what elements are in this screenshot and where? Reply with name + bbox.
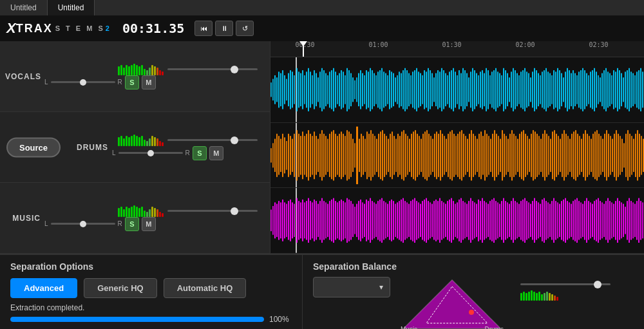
svg-rect-337 (546, 133, 547, 176)
svg-rect-44 (354, 80, 355, 99)
right-controls (514, 277, 617, 307)
svg-rect-232 (343, 133, 344, 176)
balance-dropdown[interactable]: ▾ (313, 277, 390, 297)
svg-rect-455 (399, 201, 400, 240)
svg-rect-340 (552, 131, 553, 179)
svg-rect-539 (561, 201, 562, 240)
svg-rect-566 (613, 204, 614, 237)
svg-rect-181 (619, 70, 620, 109)
svg-rect-509 (503, 198, 504, 243)
svg-rect-548 (578, 201, 580, 240)
svg-rect-276 (428, 133, 430, 176)
automatic-hq-button[interactable]: Automatic HQ (164, 278, 247, 298)
svg-rect-491 (468, 201, 469, 240)
advanced-button[interactable]: Advanced (10, 278, 77, 298)
svg-rect-2 (272, 79, 274, 101)
svg-rect-10 (288, 73, 289, 106)
svg-rect-478 (443, 203, 444, 239)
timeline-mark-150: 02:30 (589, 41, 609, 48)
svg-rect-117 (495, 68, 497, 111)
svg-rect-85 (433, 77, 435, 102)
timeline-mark-30: 00:30 (296, 41, 315, 48)
music-volume-fader[interactable] (167, 210, 258, 212)
svg-rect-323 (519, 133, 520, 176)
svg-rect-227 (333, 130, 334, 180)
svg-rect-336 (544, 130, 545, 180)
source-button[interactable]: Source (6, 137, 61, 157)
vocals-pan-fader[interactable] (51, 81, 115, 83)
svg-rect-6 (280, 73, 281, 106)
svg-rect-136 (532, 71, 533, 108)
svg-rect-413 (317, 204, 319, 237)
tab-2[interactable]: Untitled (48, 0, 95, 15)
svg-rect-204 (288, 133, 289, 176)
vocals-pan-thumb[interactable] (80, 79, 86, 86)
music-mute-button[interactable]: M (142, 217, 156, 231)
svg-rect-284 (444, 136, 445, 174)
music-fader-thumb[interactable] (231, 207, 238, 215)
vocals-mute-button[interactable]: M (142, 75, 156, 89)
svg-rect-223 (325, 136, 327, 174)
music-pan-thumb[interactable] (80, 221, 86, 227)
svg-rect-373 (616, 130, 617, 180)
svg-rect-75 (414, 70, 415, 109)
svg-rect-430 (350, 201, 352, 240)
generic-hq-button[interactable]: Generic HQ (84, 278, 157, 298)
svg-rect-163 (584, 70, 585, 109)
svg-rect-146 (551, 75, 553, 104)
svg-rect-434 (358, 201, 359, 240)
drums-volume-fader[interactable] (167, 139, 258, 141)
svg-rect-479 (445, 204, 446, 237)
master-fader[interactable] (520, 283, 611, 285)
svg-rect-167 (592, 70, 593, 109)
svg-rect-402 (296, 198, 298, 243)
svg-rect-241 (361, 133, 362, 176)
svg-rect-520 (524, 198, 526, 243)
svg-rect-415 (321, 198, 323, 243)
svg-rect-197 (274, 138, 276, 171)
svg-rect-253 (384, 133, 385, 176)
svg-rect-575 (630, 201, 632, 240)
svg-rect-71 (406, 70, 408, 109)
logo: X TRAX S T E M S 2 (6, 20, 109, 37)
svg-rect-348 (567, 136, 569, 174)
svg-rect-220 (319, 133, 321, 176)
loop-button[interactable]: ↺ (236, 21, 254, 36)
svg-rect-392 (276, 204, 278, 237)
svg-rect-23 (314, 70, 315, 109)
music-solo-button[interactable]: S (125, 217, 139, 231)
svg-rect-306 (486, 133, 488, 176)
svg-rect-332 (536, 133, 538, 176)
svg-rect-105 (472, 68, 473, 111)
music-pan-fader[interactable] (51, 223, 115, 225)
svg-rect-19 (306, 71, 307, 108)
svg-rect-305 (484, 130, 486, 180)
drums-pan-thumb[interactable] (147, 150, 154, 156)
vocals-fader-thumb[interactable] (231, 66, 238, 73)
svg-rect-215 (310, 133, 311, 176)
rewind-button[interactable]: ⏮ (194, 21, 213, 36)
play-pause-button[interactable]: ⏸ (215, 21, 233, 36)
svg-rect-30 (327, 75, 328, 104)
svg-rect-174 (605, 68, 607, 111)
svg-rect-304 (482, 136, 484, 174)
vocals-solo-button[interactable]: S (125, 75, 139, 89)
tab-1[interactable]: Untitled (0, 0, 48, 15)
drums-mute-button[interactable]: M (209, 146, 223, 160)
drums-pan-fader[interactable] (118, 152, 183, 154)
vocals-volume-fader[interactable] (167, 68, 258, 70)
svg-rect-48 (362, 73, 363, 106)
svg-rect-526 (536, 201, 537, 240)
master-fader-thumb[interactable] (594, 281, 601, 288)
pan-right-label2: R (185, 149, 190, 156)
svg-rect-315 (504, 133, 505, 176)
svg-rect-370 (610, 136, 611, 174)
svg-rect-179 (615, 71, 616, 108)
svg-rect-282 (440, 130, 441, 180)
svg-rect-441 (372, 201, 373, 240)
svg-rect-349 (569, 138, 571, 171)
drums-solo-button[interactable]: S (193, 146, 207, 160)
drums-fader-thumb[interactable] (231, 136, 238, 144)
svg-rect-581 (642, 203, 643, 239)
svg-rect-560 (601, 203, 603, 239)
